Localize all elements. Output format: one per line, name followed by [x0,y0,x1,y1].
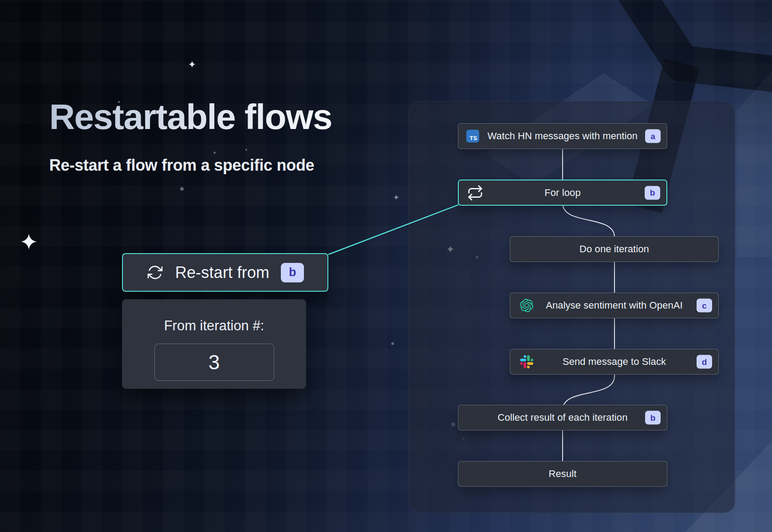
node-label: Result [458,468,667,480]
node-badge: b [645,411,661,425]
node-label: Watch HN messages with mention [458,130,667,142]
flow-node-do-iteration[interactable]: Do one iteration [510,236,719,262]
node-badge: d [697,355,712,369]
star-dot [180,187,184,191]
sparkle-star [394,195,399,200]
iteration-input[interactable] [154,344,274,381]
page: Restartable flows Re-start a flow from a… [0,0,772,532]
page-subtitle: Re-start a flow from a specific node [49,156,314,175]
node-badge: c [697,299,712,313]
restart-badge: b [281,263,304,282]
node-label: Collect result of each iteration [458,412,667,423]
restart-from-node[interactable]: Re-start from b [122,253,328,292]
sparkle-star [21,234,37,250]
flow-node-collect-result[interactable]: Collect result of each iteration b [458,405,667,430]
star-dot [391,342,394,345]
iteration-panel: From iteration #: [122,299,306,389]
node-badge: a [645,129,661,143]
flow-node-for-loop[interactable]: For loop b [458,180,667,206]
star-dot [213,152,216,154]
star-dot [245,149,247,151]
refresh-icon [146,264,164,281]
page-title: Restartable flows [49,98,332,136]
sparkle-star [189,61,196,68]
flow-node-result[interactable]: Result [458,461,667,487]
node-label: Do one iteration [510,243,718,255]
restart-label: Re-start from [175,263,270,282]
node-badge: b [645,186,660,200]
node-label: For loop [459,187,666,199]
flow-node-send-slack[interactable]: Send message to Slack d [510,349,719,375]
node-label: Send message to Slack [510,356,718,368]
flow-node-analyse-sentiment[interactable]: Analyse sentiment with OpenAI c [510,293,719,318]
iteration-label: From iteration #: [164,318,264,334]
node-label: Analyse sentiment with OpenAI [510,300,718,311]
flow-node-watch-hn[interactable]: TS Watch HN messages with mention a [458,123,667,149]
